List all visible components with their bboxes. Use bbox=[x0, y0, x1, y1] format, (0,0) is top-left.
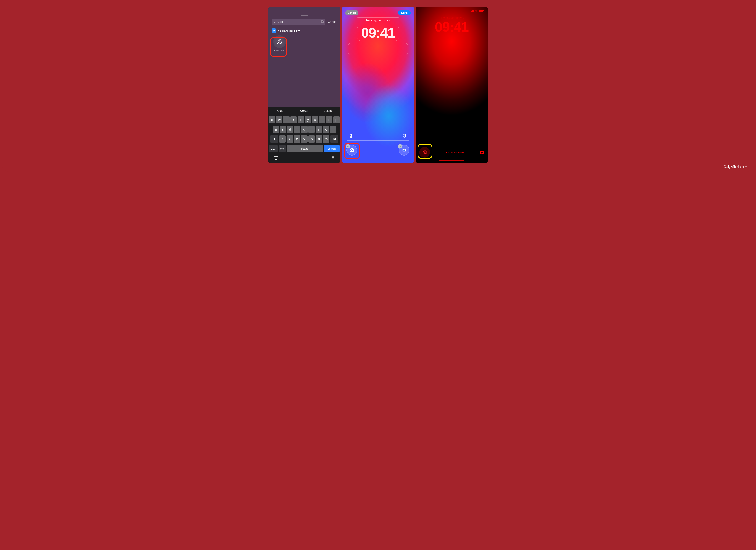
screen-3-lockscreen-red-filter: Tuesday, January 9 09:41 17 Notification… bbox=[416, 7, 488, 163]
key-a[interactable]: a bbox=[273, 126, 279, 133]
search-row: Colo ✕ Cancel bbox=[268, 16, 340, 28]
key-row-1: q w e r t y u i o p bbox=[268, 115, 340, 125]
annotation-highlight-1 bbox=[270, 37, 287, 57]
key-search[interactable]: search bbox=[324, 145, 340, 152]
annotation-highlight-2 bbox=[344, 143, 360, 159]
key-k[interactable]: k bbox=[323, 126, 329, 133]
lockscreen-top: Tuesday, January 9 09:41 bbox=[416, 7, 488, 35]
suggestion-2[interactable]: Colour bbox=[292, 107, 316, 115]
notifications-summary[interactable]: 17 Notifications bbox=[446, 151, 464, 154]
search-query-text: Colo bbox=[277, 20, 317, 24]
key-emoji[interactable] bbox=[279, 145, 286, 152]
key-l[interactable]: l bbox=[330, 126, 336, 133]
appearance-icon[interactable] bbox=[403, 134, 407, 138]
divider bbox=[347, 140, 409, 141]
key-f[interactable]: f bbox=[294, 126, 300, 133]
key-h[interactable]: h bbox=[308, 126, 315, 133]
key-row-4: 123 space search bbox=[268, 144, 340, 153]
keyboard-footer bbox=[268, 153, 340, 161]
widget-picker-sheet: Colo ✕ Cancel Vision Accessibility bbox=[268, 7, 340, 109]
time-text: 09:41 bbox=[361, 25, 395, 41]
key-y[interactable]: y bbox=[305, 116, 311, 123]
date-text: Tuesday, January 9 bbox=[366, 19, 390, 22]
key-row-2: a s d f g h j k l bbox=[268, 125, 340, 134]
vision-accessibility-icon bbox=[272, 28, 276, 33]
suggestion-1[interactable]: "Colo" bbox=[268, 107, 292, 115]
key-t[interactable]: t bbox=[298, 116, 304, 123]
camera-quick-action[interactable] bbox=[479, 150, 484, 155]
lockscreen-editor-top: Cancel Done Tuesday, January 9 09:41 bbox=[342, 7, 414, 55]
svg-point-18 bbox=[481, 152, 482, 153]
key-c[interactable]: c bbox=[294, 135, 300, 143]
key-j[interactable]: j bbox=[316, 126, 322, 133]
key-row-3: z x c v b n m bbox=[268, 134, 340, 144]
key-r[interactable]: r bbox=[290, 116, 297, 123]
editor-toolbar: Cancel Done bbox=[345, 10, 411, 15]
screens-container: Colo ✕ Cancel Vision Accessibility bbox=[7, 7, 749, 163]
editor-tool-row bbox=[346, 134, 410, 140]
bottom-widget-slot[interactable] bbox=[348, 43, 408, 55]
layers-icon[interactable] bbox=[349, 134, 353, 138]
search-icon bbox=[273, 21, 276, 23]
svg-rect-9 bbox=[332, 156, 334, 158]
home-indicator[interactable] bbox=[439, 160, 464, 161]
date-widget-slot[interactable]: Tuesday, January 9 bbox=[355, 17, 401, 23]
key-m[interactable]: m bbox=[323, 135, 329, 143]
key-o[interactable]: o bbox=[326, 116, 332, 123]
svg-point-3 bbox=[280, 147, 284, 150]
key-z[interactable]: z bbox=[279, 135, 286, 143]
cancel-search-button[interactable]: Cancel bbox=[328, 20, 337, 24]
key-shift[interactable] bbox=[270, 135, 278, 143]
key-b[interactable]: b bbox=[308, 135, 315, 143]
key-x[interactable]: x bbox=[287, 135, 293, 143]
globe-icon[interactable] bbox=[274, 156, 278, 160]
key-n[interactable]: n bbox=[316, 135, 322, 143]
time-text: 09:41 bbox=[416, 19, 488, 35]
right-quick-action[interactable]: – bbox=[399, 145, 409, 156]
notification-count-text: 17 Notifications bbox=[448, 151, 464, 154]
keyboard: "Colo" Colour Colonel q w e r t y u i o … bbox=[268, 107, 340, 163]
annotation-highlight-3 bbox=[418, 144, 432, 159]
key-i[interactable]: i bbox=[319, 116, 325, 123]
key-q[interactable]: q bbox=[269, 116, 275, 123]
image-frame: Colo ✕ Cancel Vision Accessibility bbox=[2, 2, 754, 172]
key-backspace[interactable] bbox=[330, 135, 338, 143]
screen-1-widget-search: Colo ✕ Cancel Vision Accessibility bbox=[268, 7, 340, 163]
svg-point-4 bbox=[281, 148, 282, 149]
search-input[interactable]: Colo ✕ bbox=[272, 19, 325, 25]
key-w[interactable]: w bbox=[276, 116, 282, 123]
svg-line-1 bbox=[275, 22, 276, 23]
key-space[interactable]: space bbox=[287, 145, 323, 152]
key-e[interactable]: e bbox=[283, 116, 290, 123]
done-button[interactable]: Done bbox=[398, 10, 411, 15]
notification-dot-icon bbox=[446, 152, 447, 153]
lockscreen-editor-bottom: – – bbox=[342, 134, 414, 163]
key-u[interactable]: u bbox=[312, 116, 318, 123]
keyboard-suggestions: "Colo" Colour Colonel bbox=[268, 107, 340, 115]
key-p[interactable]: p bbox=[333, 116, 340, 123]
svg-point-11 bbox=[404, 150, 405, 151]
key-v[interactable]: v bbox=[301, 135, 308, 143]
clear-search-icon[interactable]: ✕ bbox=[321, 20, 324, 23]
section-header: Vision Accessibility bbox=[268, 28, 340, 35]
suggestion-3[interactable]: Colonel bbox=[316, 107, 340, 115]
key-123[interactable]: 123 bbox=[269, 145, 278, 152]
section-title: Vision Accessibility bbox=[278, 30, 300, 32]
text-caret bbox=[319, 20, 319, 24]
svg-point-2 bbox=[274, 31, 274, 31]
key-s[interactable]: s bbox=[280, 126, 286, 133]
dictation-icon[interactable] bbox=[331, 156, 335, 160]
time-widget-slot[interactable]: 09:41 bbox=[357, 25, 399, 41]
attribution-text: GadgetHacks.com bbox=[724, 165, 747, 169]
cancel-button[interactable]: Cancel bbox=[345, 10, 358, 15]
key-g[interactable]: g bbox=[301, 126, 307, 133]
svg-point-5 bbox=[282, 148, 283, 149]
svg-point-0 bbox=[274, 21, 275, 22]
screen-2-lockscreen-editor: Cancel Done Tuesday, January 9 09:41 bbox=[342, 7, 414, 163]
remove-badge-icon[interactable]: – bbox=[398, 144, 402, 148]
key-d[interactable]: d bbox=[287, 126, 293, 133]
camera-icon bbox=[402, 148, 406, 152]
